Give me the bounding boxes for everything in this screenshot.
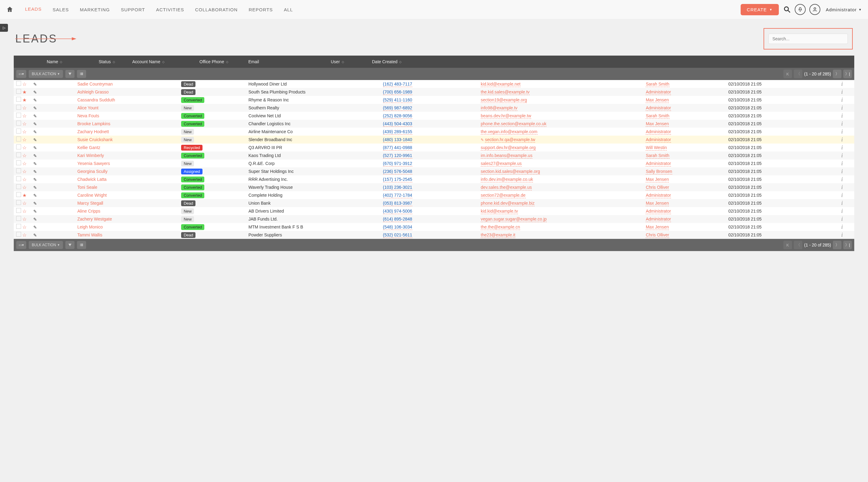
user-link[interactable]: Max Jensen xyxy=(646,201,669,206)
phone-link[interactable]: (877) 441-0988 xyxy=(383,145,412,151)
sort-icon[interactable]: ◇ xyxy=(113,60,115,63)
row-checkbox[interactable] xyxy=(16,192,21,197)
info-icon[interactable]: i xyxy=(841,129,843,135)
info-icon[interactable]: i xyxy=(841,184,843,190)
star-icon[interactable]: ☆ xyxy=(22,169,27,174)
sort-icon[interactable]: ◇ xyxy=(342,60,344,63)
filter-icon[interactable] xyxy=(65,241,74,249)
row-checkbox[interactable] xyxy=(16,208,21,213)
bulk-action-button[interactable]: BULK ACTION▼ xyxy=(29,241,63,249)
email-link[interactable]: the.vegan.info@example.com xyxy=(481,129,537,135)
info-icon[interactable]: i xyxy=(841,113,843,119)
edit-icon[interactable]: ✎ xyxy=(33,161,37,166)
row-checkbox[interactable] xyxy=(16,224,21,229)
lead-name-link[interactable]: Leigh Monico xyxy=(77,224,103,230)
star-icon[interactable]: ☆ xyxy=(22,113,27,119)
edit-icon[interactable]: ✎ xyxy=(33,114,37,119)
row-checkbox[interactable] xyxy=(16,113,21,118)
lead-name-link[interactable]: Susie Cruickshank xyxy=(77,137,113,142)
col-email[interactable]: Email xyxy=(248,59,259,64)
edit-icon[interactable]: ✎ xyxy=(33,106,37,111)
phone-link[interactable]: (162) 483-7117 xyxy=(383,82,412,87)
col-phone[interactable]: Office Phone xyxy=(199,59,224,64)
nav-sales[interactable]: SALES xyxy=(47,0,74,19)
email-link[interactable]: kid.kid@example.tv xyxy=(481,209,518,214)
page-last[interactable]: 〉| xyxy=(843,70,852,78)
user-link[interactable]: Administrator xyxy=(646,106,671,111)
sort-icon[interactable]: ◇ xyxy=(226,60,228,63)
edit-icon[interactable]: ✎ xyxy=(33,145,37,150)
phone-link[interactable]: (236) 576-5048 xyxy=(383,169,412,174)
side-drawer-toggle[interactable]: ▷ xyxy=(0,24,8,32)
star-icon[interactable]: ★ xyxy=(22,90,27,95)
email-link[interactable]: support.dev.hr@example.org xyxy=(481,145,536,151)
star-icon[interactable]: ★ xyxy=(22,97,27,102)
email-link[interactable]: phone.kid.dev@example.biz xyxy=(481,201,534,206)
lead-name-link[interactable]: Aline Cripps xyxy=(77,209,100,213)
user-link[interactable]: Max Jensen xyxy=(646,121,669,127)
row-checkbox[interactable] xyxy=(16,97,21,102)
star-icon[interactable]: ☆ xyxy=(22,201,27,206)
email-link[interactable]: beans.dev.hr@example.tw xyxy=(481,113,531,119)
info-icon[interactable]: i xyxy=(841,176,843,182)
edit-icon[interactable]: ✎ xyxy=(33,153,37,158)
info-icon[interactable]: i xyxy=(841,160,843,167)
lead-name-link[interactable]: Chadwick Latta xyxy=(77,177,106,182)
bulk-action-button[interactable]: BULK ACTION▼ xyxy=(29,70,63,78)
edit-icon[interactable]: ✎ xyxy=(33,82,37,87)
email-link[interactable]: the.kid.sales@example.tv xyxy=(481,90,530,95)
info-icon[interactable]: i xyxy=(841,168,843,174)
col-status[interactable]: Status xyxy=(99,59,111,64)
phone-link[interactable]: (480) 133-1840 xyxy=(383,137,412,143)
info-icon[interactable]: i xyxy=(841,105,843,111)
lead-name-link[interactable]: Zachary Hodnett xyxy=(77,129,109,134)
search-input[interactable] xyxy=(769,34,848,44)
phone-link[interactable]: (569) 987-6892 xyxy=(383,106,412,111)
star-icon[interactable]: ☆ xyxy=(22,224,27,230)
email-link[interactable]: sales27@example.us xyxy=(481,161,522,167)
lead-name-link[interactable]: Ashleigh Grasso xyxy=(77,90,109,94)
nav-reports[interactable]: REPORTS xyxy=(243,0,278,19)
row-checkbox[interactable] xyxy=(16,145,21,149)
user-link[interactable]: Max Jensen xyxy=(646,177,669,182)
edit-icon[interactable]: ✎ xyxy=(33,217,37,222)
star-icon[interactable]: ☆ xyxy=(22,137,27,142)
lead-name-link[interactable]: Marcy Stegall xyxy=(77,201,103,206)
edit-icon[interactable]: ✎ xyxy=(33,129,37,134)
row-checkbox[interactable] xyxy=(16,160,21,165)
user-link[interactable]: Chris Olliver xyxy=(646,233,669,238)
star-icon[interactable]: ☆ xyxy=(22,106,27,111)
notifications-icon[interactable] xyxy=(795,4,806,15)
page-prev[interactable]: 〈 xyxy=(794,70,802,78)
star-icon[interactable]: ☆ xyxy=(22,121,27,126)
col-user[interactable]: User xyxy=(331,59,340,64)
lead-name-link[interactable]: Brooke Lampkins xyxy=(77,121,110,126)
star-icon[interactable]: ☆ xyxy=(22,217,27,222)
star-icon[interactable]: ☆ xyxy=(22,145,27,150)
row-checkbox[interactable] xyxy=(16,216,21,221)
list-view-icon[interactable] xyxy=(77,70,86,78)
user-avatar-icon[interactable] xyxy=(809,4,820,15)
edit-icon[interactable]: ✎ xyxy=(33,90,37,95)
user-link[interactable]: Administrator xyxy=(646,217,671,222)
star-icon[interactable]: ☆ xyxy=(22,129,27,134)
nav-marketing[interactable]: MARKETING xyxy=(74,0,116,19)
phone-link[interactable]: (529) 411-1160 xyxy=(383,97,412,103)
phone-link[interactable]: (670) 971-3912 xyxy=(383,161,412,167)
star-icon[interactable]: ☆ xyxy=(22,153,27,158)
select-all-toggle[interactable]: ▭▾ xyxy=(16,241,26,249)
lead-name-link[interactable]: Tammi Wallis xyxy=(77,233,102,237)
phone-link[interactable]: (527) 120-9961 xyxy=(383,153,412,158)
star-icon[interactable]: ★ xyxy=(22,193,27,198)
lead-name-link[interactable]: Georgina Scully xyxy=(77,169,107,174)
phone-link[interactable]: (614) 895-2848 xyxy=(383,217,412,222)
email-link[interactable]: kid.kid@example.net xyxy=(481,82,521,87)
col-name[interactable]: Name xyxy=(47,59,58,64)
lead-name-link[interactable]: Alice Yount xyxy=(77,106,98,110)
user-link[interactable]: Sally Bronsen xyxy=(646,169,672,174)
edit-icon[interactable]: ✎ xyxy=(33,225,37,230)
row-checkbox[interactable] xyxy=(16,129,21,133)
row-checkbox[interactable] xyxy=(16,81,21,86)
search-icon[interactable] xyxy=(783,5,791,13)
email-link[interactable]: info98@example.tv xyxy=(481,106,517,111)
